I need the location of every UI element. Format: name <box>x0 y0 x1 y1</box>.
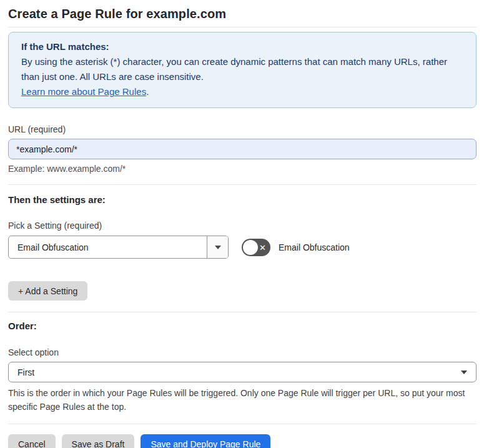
cancel-button[interactable]: Cancel <box>8 434 56 448</box>
toggle-off-x-icon: ✕ <box>259 243 266 251</box>
page-rule-form: Create a Page Rule for example.com If th… <box>0 7 484 448</box>
url-field-label: URL (required) <box>8 124 477 134</box>
page-title: Create a Page Rule for example.com <box>8 7 477 21</box>
chevron-down-icon <box>461 371 467 374</box>
chevron-down-icon <box>215 246 221 249</box>
settings-section-heading: Then the settings are: <box>8 194 477 205</box>
order-help-text: This is the order in which your Page Rul… <box>8 386 477 414</box>
order-section-heading: Order: <box>8 321 477 331</box>
learn-more-link[interactable]: Learn more about Page Rules <box>21 86 146 97</box>
toggle-setting-label: Email Obfuscation <box>279 242 350 252</box>
setting-dropdown-value: Email Obfuscation <box>9 236 207 258</box>
info-box-link-line: Learn more about Page Rules. <box>21 84 463 99</box>
info-box-heading: If the URL matches: <box>21 39 463 54</box>
link-period: . <box>146 86 149 97</box>
info-box-body: By using the asterisk (*) character, you… <box>21 54 463 84</box>
url-input[interactable] <box>8 139 477 159</box>
footer-actions: Cancel Save as Draft Save and Deploy Pag… <box>8 434 477 448</box>
order-select-value: First <box>17 367 34 377</box>
setting-row: Email Obfuscation ✕ Email Obfuscation <box>8 236 477 259</box>
order-select-label: Select option <box>8 347 477 357</box>
setting-dropdown-arrow-button[interactable] <box>207 236 228 258</box>
section-divider-url <box>8 184 477 185</box>
setting-picker-label: Pick a Setting (required) <box>8 221 477 231</box>
url-match-info-box: If the URL matches: By using the asteris… <box>8 32 477 108</box>
toggle-knob <box>243 240 258 255</box>
title-divider <box>8 27 477 27</box>
save-and-deploy-button[interactable]: Save and Deploy Page Rule <box>141 434 270 448</box>
url-example-text: Example: www.example.com/* <box>8 164 477 174</box>
setting-dropdown[interactable]: Email Obfuscation <box>8 236 229 259</box>
email-obfuscation-toggle[interactable]: ✕ <box>242 239 270 256</box>
save-as-draft-button[interactable]: Save as Draft <box>62 434 135 448</box>
section-divider-settings <box>8 312 477 312</box>
add-setting-button[interactable]: + Add a Setting <box>8 281 87 301</box>
footer-divider <box>8 424 477 424</box>
order-select[interactable]: First <box>8 362 477 382</box>
